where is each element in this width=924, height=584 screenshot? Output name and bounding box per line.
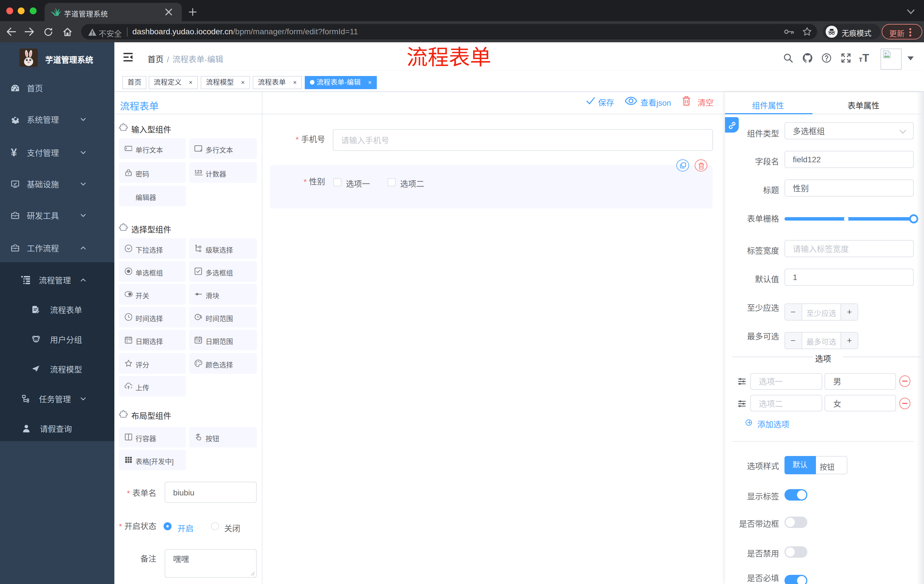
svg-text:123: 123 xyxy=(195,169,202,174)
